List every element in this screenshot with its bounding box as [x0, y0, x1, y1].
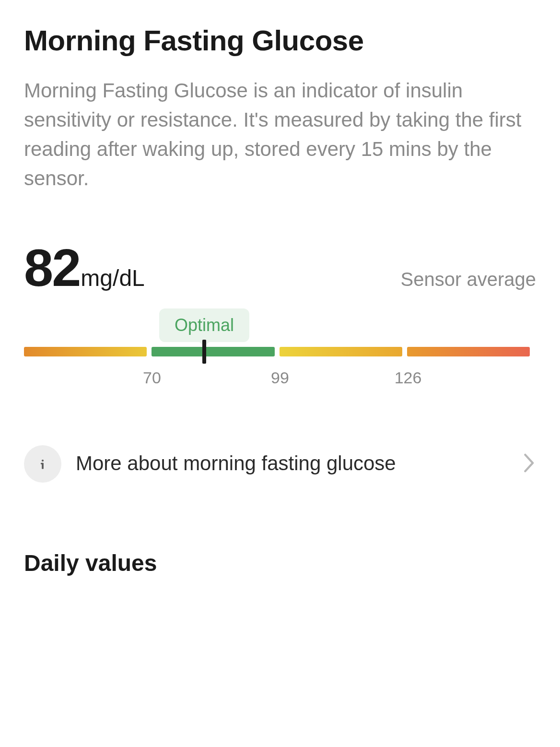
reading-value: 82 mg/dL: [24, 241, 145, 294]
gauge-ticks: 7099126: [24, 368, 536, 388]
svg-point-0: [42, 459, 44, 461]
gauge: Optimal 7099126: [24, 347, 536, 388]
daily-values-heading: Daily values: [24, 550, 536, 576]
gauge-marker: [202, 340, 206, 364]
gauge-segment-high: [407, 347, 530, 356]
reading-row: 82 mg/dL Sensor average: [24, 241, 536, 294]
more-about-link[interactable]: More about morning fasting glucose: [24, 445, 536, 483]
reading-unit: mg/dL: [81, 265, 144, 291]
reading-label: Sensor average: [401, 269, 536, 290]
info-icon: [24, 445, 61, 483]
page-title: Morning Fasting Glucose: [24, 24, 536, 57]
gauge-segment-optimal: [152, 347, 274, 356]
gauge-track: [24, 347, 536, 356]
gauge-tick: 99: [271, 368, 289, 387]
gauge-tick: 70: [143, 368, 161, 387]
status-badge: Optimal: [159, 308, 249, 342]
gauge-tick: 126: [395, 368, 422, 387]
chevron-right-icon: [523, 453, 536, 474]
reading-number: 82: [24, 241, 80, 294]
description-text: Morning Fasting Glucose is an indicator …: [24, 76, 536, 193]
gauge-segment-low: [24, 347, 147, 356]
more-link-text: More about morning fasting glucose: [76, 451, 508, 477]
svg-rect-2: [41, 462, 43, 464]
gauge-segment-elevated: [280, 347, 402, 356]
